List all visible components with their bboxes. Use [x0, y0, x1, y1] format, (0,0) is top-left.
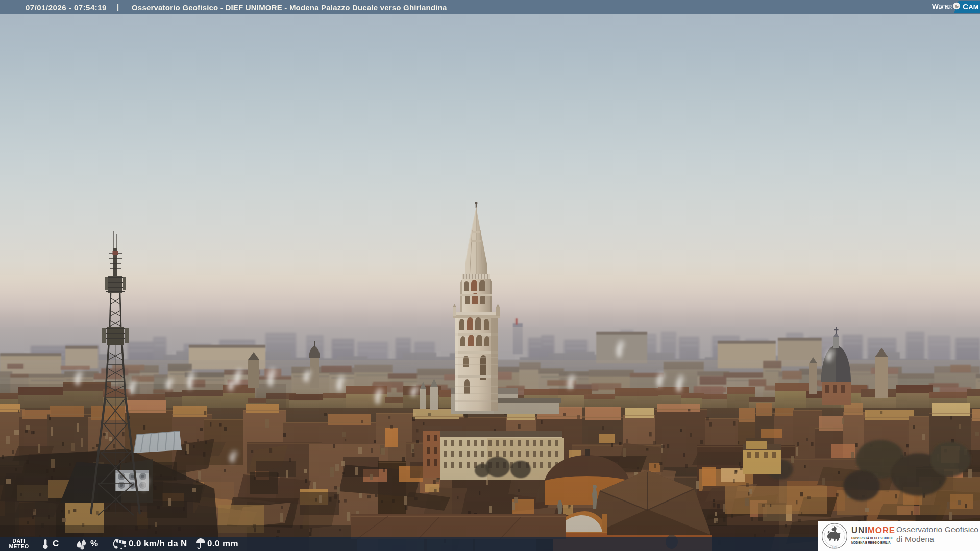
- svg-text:EATHER: EATHER: [939, 4, 952, 10]
- svg-text:C: C: [963, 2, 968, 11]
- svg-text:AM: AM: [969, 4, 979, 11]
- svg-text:1175: 1175: [832, 546, 838, 548]
- svg-text:W: W: [932, 3, 939, 10]
